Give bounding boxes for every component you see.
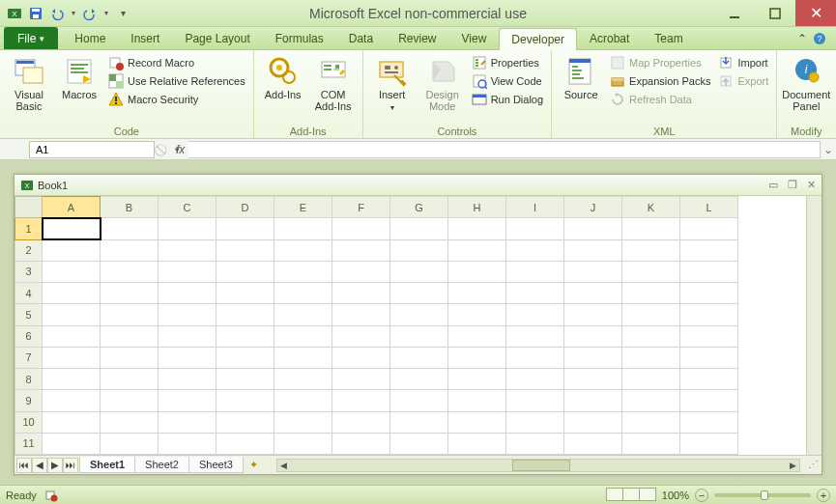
cell-I6[interactable] [506, 325, 564, 347]
cell-E7[interactable] [274, 347, 332, 368]
cell-I10[interactable] [506, 411, 564, 433]
sheet-nav-first-icon[interactable]: ⏮ [16, 458, 32, 473]
zoom-slider-thumb[interactable] [761, 490, 768, 500]
cell-J2[interactable] [564, 239, 622, 261]
column-header-I[interactable]: I [506, 197, 564, 218]
cell-K4[interactable] [622, 283, 680, 304]
page-layout-view-icon[interactable] [622, 488, 640, 501]
cell-B10[interactable] [101, 411, 159, 433]
cell-K9[interactable] [622, 390, 680, 411]
view-mode-buttons[interactable] [607, 488, 656, 503]
cell-H9[interactable] [448, 390, 506, 411]
cell-F10[interactable] [332, 411, 390, 433]
cell-D4[interactable] [216, 283, 274, 304]
properties-button[interactable]: Properties [470, 54, 545, 71]
tab-view[interactable]: View [449, 27, 500, 49]
column-header-E[interactable]: E [274, 197, 332, 218]
fx-icon[interactable]: fx [172, 143, 188, 156]
cell-C3[interactable] [159, 261, 216, 282]
view-code-button[interactable]: View Code [470, 72, 545, 90]
cell-L5[interactable] [680, 304, 738, 325]
record-macro-button[interactable]: Record Macro [106, 54, 247, 71]
cell-L11[interactable] [680, 433, 738, 454]
source-button[interactable]: Source [558, 54, 604, 100]
cell-B3[interactable] [101, 261, 159, 282]
addins-button[interactable]: Add-Ins [260, 54, 306, 100]
cell-D9[interactable] [216, 390, 274, 411]
save-icon[interactable] [27, 5, 44, 22]
column-header-L[interactable]: L [680, 197, 738, 218]
cell-L8[interactable] [680, 369, 738, 390]
cell-I5[interactable] [506, 304, 564, 325]
cell-E4[interactable] [274, 283, 332, 304]
name-box-input[interactable] [30, 144, 175, 155]
cell-D11[interactable] [216, 433, 274, 454]
cell-D3[interactable] [216, 261, 274, 282]
cell-H5[interactable] [448, 304, 506, 325]
column-header-C[interactable]: C [159, 197, 216, 218]
cell-I9[interactable] [506, 390, 564, 411]
cell-L1[interactable] [680, 218, 738, 239]
cell-B2[interactable] [101, 239, 159, 261]
cell-L3[interactable] [680, 261, 738, 282]
help-icon[interactable]: ? [813, 32, 826, 45]
cell-A5[interactable] [43, 304, 101, 325]
row-header-7[interactable]: 7 [15, 347, 43, 368]
row-header-3[interactable]: 3 [15, 261, 43, 282]
expansion-packs-button[interactable]: Expansion Packs [608, 72, 712, 90]
cell-E5[interactable] [274, 304, 332, 325]
cell-K10[interactable] [622, 411, 680, 433]
formula-bar-expand-icon[interactable]: ⌄ [821, 143, 836, 156]
row-header-2[interactable]: 2 [15, 239, 43, 261]
cell-F7[interactable] [332, 347, 390, 368]
column-header-F[interactable]: F [332, 197, 390, 218]
column-header-G[interactable]: G [390, 197, 448, 218]
cell-A6[interactable] [43, 325, 101, 347]
map-properties-button[interactable]: Map Properties [608, 54, 712, 71]
cell-C6[interactable] [159, 325, 216, 347]
cell-A11[interactable] [43, 433, 101, 454]
cell-H8[interactable] [448, 369, 506, 390]
cell-C1[interactable] [159, 218, 216, 239]
cell-F4[interactable] [332, 283, 390, 304]
cell-H1[interactable] [448, 218, 506, 239]
cell-C11[interactable] [159, 433, 216, 454]
cell-I2[interactable] [506, 239, 564, 261]
cell-D8[interactable] [216, 369, 274, 390]
row-header-11[interactable]: 11 [15, 433, 43, 454]
undo-dropdown-icon[interactable]: ▾ [70, 5, 77, 22]
cell-B6[interactable] [101, 325, 159, 347]
macro-record-status-icon[interactable] [44, 489, 58, 502]
run-dialog-button[interactable]: Run Dialog [470, 91, 545, 108]
visual-basic-button[interactable]: Visual Basic [6, 54, 52, 112]
cell-F5[interactable] [332, 304, 390, 325]
cell-G3[interactable] [390, 261, 448, 282]
cell-A9[interactable] [43, 390, 101, 411]
file-tab[interactable]: File▾ [4, 27, 58, 49]
zoom-in-button[interactable]: + [817, 489, 830, 502]
cell-L9[interactable] [680, 390, 738, 411]
page-break-view-icon[interactable] [639, 488, 656, 501]
cell-F8[interactable] [332, 369, 390, 390]
cell-K1[interactable] [622, 218, 680, 239]
close-button[interactable]: ✕ [795, 0, 836, 26]
insert-control-button[interactable]: Insert▾ [369, 54, 416, 114]
workbook-restore-icon[interactable]: ❐ [788, 179, 797, 191]
tab-page-layout[interactable]: Page Layout [172, 27, 262, 49]
normal-view-icon[interactable] [606, 488, 623, 501]
tab-home[interactable]: Home [62, 27, 118, 49]
cell-J1[interactable] [564, 218, 622, 239]
row-header-9[interactable]: 9 [15, 390, 43, 411]
cell-J3[interactable] [564, 261, 622, 282]
cell-G7[interactable] [390, 347, 448, 368]
cell-J8[interactable] [564, 369, 622, 390]
hscroll-left-icon[interactable]: ◀ [277, 460, 291, 471]
cell-H3[interactable] [448, 261, 506, 282]
cell-F6[interactable] [332, 325, 390, 347]
tab-acrobat[interactable]: Acrobat [577, 27, 642, 49]
cancel-formula-icon[interactable]: ⃠ [158, 143, 169, 156]
column-header-A[interactable]: A [43, 197, 101, 218]
zoom-level[interactable]: 100% [662, 490, 689, 501]
cell-H7[interactable] [448, 347, 506, 368]
cell-B9[interactable] [101, 390, 159, 411]
